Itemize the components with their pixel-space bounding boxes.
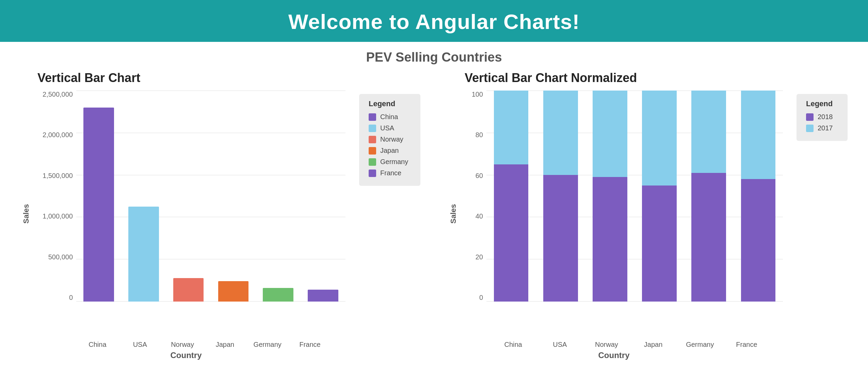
right-chart-body: Sales 100 80 60 40 20 0 (448, 91, 848, 337)
legend-item-japan: Japan (369, 147, 411, 155)
x-label-japan: Japan (204, 341, 246, 349)
left-y-ticks: 2,500,000 2,000,000 1,500,000 1,000,000 … (32, 91, 76, 302)
segment-japan-2017 (642, 91, 677, 186)
y-tick: 2,000,000 (43, 131, 73, 139)
bar-china (83, 108, 114, 302)
stacked-group-china[interactable] (486, 91, 536, 302)
stacked-bar-china (494, 91, 529, 302)
y-tick-100: 100 (472, 91, 483, 98)
legend-color-2018 (806, 113, 814, 121)
left-chart-plot (76, 91, 345, 302)
legend-item-2017: 2017 (806, 124, 838, 132)
right-y-axis-label: Sales (448, 91, 459, 337)
segment-usa-2018 (543, 175, 578, 302)
bar-usa (128, 207, 159, 302)
left-chart-title: Vertical Bar Chart (20, 71, 420, 85)
legend-label-norway: Norway (380, 135, 403, 143)
stacked-group-usa[interactable] (536, 91, 585, 302)
bar-norway (173, 278, 204, 302)
y-tick: 1,500,000 (43, 172, 73, 180)
bar-group-norway[interactable] (166, 91, 211, 302)
legend-label-usa: USA (380, 124, 394, 132)
legend-color-china (369, 113, 376, 121)
segment-china-2018 (494, 164, 529, 302)
stacked-group-japan[interactable] (635, 91, 684, 302)
legend-item-usa: USA (369, 124, 411, 132)
left-y-axis-label: Sales (20, 91, 32, 337)
left-chart-body: Sales 2,500,000 2,000,000 1,500,000 1,00… (20, 91, 420, 337)
left-x-axis: China USA Norway Japan Germany France (20, 341, 420, 349)
y-tick: 0 (69, 294, 73, 302)
rx-label-norway: Norway (583, 341, 630, 349)
left-x-axis-title: Country (20, 351, 420, 360)
page-subtitle: PEV Selling Countries (0, 42, 868, 67)
legend-item-china: China (369, 113, 411, 121)
right-y-ticks: 100 80 60 40 20 0 (459, 91, 486, 302)
legend-color-2017 (806, 125, 814, 132)
segment-germany-2017 (691, 91, 726, 173)
y-tick-0: 0 (479, 294, 483, 302)
legend-color-norway (369, 136, 376, 143)
legend-color-usa (369, 125, 376, 132)
legend-color-france (369, 170, 376, 177)
y-tick-20: 20 (476, 253, 483, 261)
segment-usa-2017 (543, 91, 578, 175)
segment-china-2017 (494, 91, 529, 164)
x-label-france: France (289, 341, 331, 349)
segment-norway-2017 (593, 91, 627, 177)
legend-label-china: China (380, 113, 398, 121)
rx-label-germany: Germany (677, 341, 723, 349)
rx-label-china: China (490, 341, 536, 349)
right-legend: Legend 2018 2017 (797, 94, 848, 141)
stacked-group-france[interactable] (734, 91, 783, 302)
left-bars-row (76, 91, 345, 302)
legend-item-germany: Germany (369, 158, 411, 166)
legend-item-france: France (369, 169, 411, 177)
legend-item-norway: Norway (369, 135, 411, 143)
bar-group-germany[interactable] (256, 91, 301, 302)
x-label-china: China (76, 341, 119, 349)
right-x-axis: China USA Norway Japan Germany France (448, 341, 848, 349)
header: Welcome to Angular Charts! (0, 0, 868, 42)
charts-container: Vertical Bar Chart Sales 2,500,000 2,000… (0, 67, 868, 371)
segment-japan-2018 (642, 186, 677, 302)
legend-color-japan (369, 147, 376, 155)
bar-group-japan[interactable] (211, 91, 256, 302)
bar-japan (218, 281, 249, 302)
rx-label-japan: Japan (630, 341, 677, 349)
bar-germany (263, 288, 293, 302)
stacked-group-germany[interactable] (684, 91, 734, 302)
legend-label-2018: 2018 (818, 113, 833, 121)
y-tick: 1,000,000 (43, 212, 73, 220)
left-legend: Legend China USA Norway Japan (359, 94, 420, 186)
stacked-bar-japan (642, 91, 677, 302)
x-label-norway: Norway (161, 341, 204, 349)
stacked-bar-france (741, 91, 776, 302)
legend-item-2018: 2018 (806, 113, 838, 121)
rx-label-usa: USA (536, 341, 583, 349)
bar-group-usa[interactable] (121, 91, 166, 302)
segment-france-2017 (741, 91, 776, 179)
segment-france-2018 (741, 179, 776, 302)
segment-norway-2018 (593, 177, 627, 302)
y-tick: 2,500,000 (43, 91, 73, 98)
x-label-usa: USA (119, 341, 161, 349)
stacked-bar-usa (543, 91, 578, 302)
rx-label-france: France (723, 341, 770, 349)
left-legend-title: Legend (369, 99, 411, 108)
stacked-bar-norway (593, 91, 627, 302)
stacked-bar-germany (691, 91, 726, 302)
stacked-group-norway[interactable] (585, 91, 634, 302)
legend-label-germany: Germany (380, 158, 408, 166)
x-label-germany: Germany (246, 341, 289, 349)
right-bars-row (486, 91, 783, 302)
legend-label-france: France (380, 169, 401, 177)
bar-group-france[interactable] (301, 91, 345, 302)
right-chart-plot (486, 91, 783, 302)
right-chart-section: Vertical Bar Chart Normalized Sales 100 … (448, 71, 848, 360)
segment-germany-2018 (691, 173, 726, 302)
bar-group-china[interactable] (76, 91, 121, 302)
legend-color-germany (369, 158, 376, 166)
y-tick-60: 60 (476, 172, 483, 180)
bar-france (308, 290, 338, 302)
